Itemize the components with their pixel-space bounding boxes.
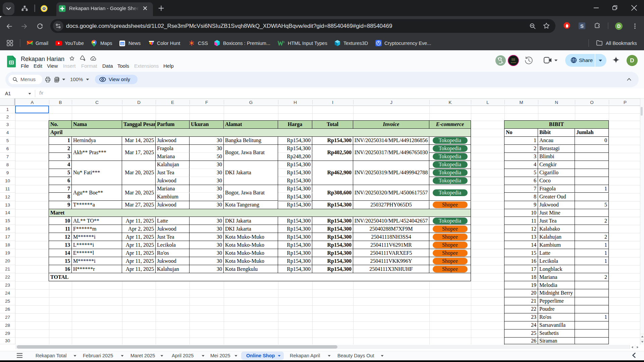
svg-text:CALMVERSE: CALMVERSE <box>511 62 516 63</box>
svg-text:3: 3 <box>283 41 285 44</box>
